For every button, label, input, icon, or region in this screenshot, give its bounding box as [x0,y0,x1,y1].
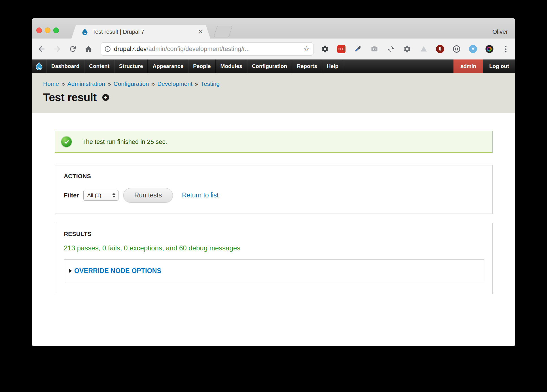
ublock-shield-icon[interactable] [436,45,444,53]
url-host: drupal7.dev [114,45,147,52]
page-info-icon[interactable]: i [105,46,111,52]
breadcrumb-configuration[interactable]: Configuration [113,80,149,87]
reload-icon [69,45,77,53]
eyedropper-icon[interactable] [354,45,362,53]
drupal-admin-toolbar: Dashboard Content Structure Appearance P… [32,59,515,73]
toolbar-item-help[interactable]: Help [322,59,343,73]
zoom-window-button[interactable] [53,27,59,33]
reload-button[interactable] [65,45,81,53]
browser-titlebar: Test result | Drupal 7 × Oliver [32,18,515,39]
url-text: drupal7.dev/admin/config/development/tes… [114,45,301,53]
forward-arrow-icon [53,45,62,53]
toolbar-item-appearance[interactable]: Appearance [148,59,188,73]
camera-icon[interactable] [370,45,379,53]
forward-button[interactable] [50,45,65,53]
extensions-area [321,45,510,53]
select-stepper-icon [112,193,116,198]
breadcrumb-development[interactable]: Development [157,80,192,87]
desktop-background: Test result | Drupal 7 × Oliver i drupal [0,0,547,392]
browser-tab[interactable]: Test result | Drupal 7 × [71,25,210,39]
new-tab-button[interactable] [214,26,233,37]
toolbar-logout-link[interactable]: Log out [483,59,515,73]
override-node-options-link[interactable]: OVERRIDE NODE OPTIONS [74,267,161,275]
add-shortcut-icon[interactable]: + [102,94,109,101]
back-arrow-icon [37,45,46,53]
drive-triangle-icon[interactable] [419,45,428,53]
gear-icon[interactable] [321,45,329,53]
lastpass-icon[interactable] [337,45,346,53]
return-to-list-link[interactable]: Return to list [182,191,219,199]
home-icon [84,45,93,53]
filter-select[interactable]: All (1) [83,190,118,201]
results-legend: RESULTS [64,231,484,237]
toolbar-item-configuration[interactable]: Configuration [247,59,292,73]
close-window-button[interactable] [36,27,42,33]
url-bar[interactable]: i drupal7.dev/admin/config/development/t… [101,42,313,56]
browser-menu-icon[interactable] [502,45,510,53]
toolbar-item-people[interactable]: People [188,59,215,73]
actions-fieldset: ACTIONS Filter All (1) Run tests Return … [55,165,493,214]
keyhole-circle-icon[interactable] [452,45,461,53]
toolbar-item-reports[interactable]: Reports [292,59,322,73]
bookmark-star-icon[interactable]: ☆ [303,45,310,53]
browser-window: Test result | Drupal 7 × Oliver i drupal [32,18,515,346]
breadcrumb-separator: » [62,80,65,87]
override-node-options-section[interactable]: OVERRIDE NODE OPTIONS [64,259,484,282]
breadcrumb-testing[interactable]: Testing [201,80,220,87]
results-fieldset: RESULTS 213 passes, 0 fails, 0 exception… [55,223,493,294]
run-tests-button[interactable]: Run tests [123,188,173,203]
status-message-text: The test run finished in 25 sec. [82,138,167,146]
breadcrumb-home[interactable]: Home [43,80,59,87]
page-content: The test run finished in 25 sec. ACTIONS… [32,113,515,346]
breadcrumb-separator: » [151,80,155,87]
breadcrumb-administration[interactable]: Administration [67,80,105,87]
browser-profile-name[interactable]: Oliver [492,28,508,35]
filter-select-value: All (1) [87,192,112,199]
url-path: /admin/config/development/testing/r... [147,45,250,52]
toolbar-item-dashboard[interactable]: Dashboard [46,59,84,73]
tab-close-icon[interactable]: × [198,28,203,36]
status-message: The test run finished in 25 sec. [55,131,493,153]
window-controls [36,27,59,33]
cog-icon[interactable] [403,45,412,53]
toolbar-item-modules[interactable]: Modules [216,59,247,73]
breadcrumb-separator: » [108,80,111,87]
page-title: Test result [43,91,97,104]
drupal-logo-icon[interactable] [32,59,46,73]
sync-arrows-icon[interactable] [387,45,395,53]
toolbar-user-admin[interactable]: admin [453,59,483,73]
browser-navbar: i drupal7.dev/admin/config/development/t… [32,39,515,59]
success-check-icon [61,137,72,147]
actions-legend: ACTIONS [64,173,484,180]
v-circle-icon[interactable] [469,45,477,53]
results-summary: 213 passes, 0 fails, 0 exceptions, and 6… [64,244,484,252]
breadcrumb-separator: » [195,80,198,87]
camera-lens-icon[interactable] [485,45,494,53]
toolbar-item-content[interactable]: Content [84,59,114,73]
page-header: Home » Administration » Configuration » … [32,73,515,113]
toolbar-item-structure[interactable]: Structure [114,59,148,73]
tab-title: Test result | Drupal 7 [92,29,196,35]
breadcrumb: Home » Administration » Configuration » … [43,80,515,87]
collapsed-arrow-icon [69,269,72,273]
drupal-favicon [81,28,89,36]
home-button[interactable] [80,45,96,53]
minimize-window-button[interactable] [45,27,50,33]
filter-label: Filter [64,192,79,199]
back-button[interactable] [34,45,50,53]
